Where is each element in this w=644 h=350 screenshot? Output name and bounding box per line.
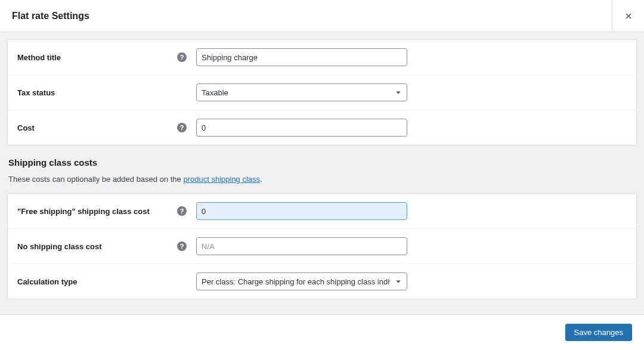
modal-footer: Save changes	[0, 314, 644, 350]
shipping-class-heading: Shipping class costs	[8, 157, 636, 168]
method-title-input[interactable]	[196, 48, 407, 66]
help-icon[interactable]: ?	[177, 206, 187, 216]
save-button[interactable]: Save changes	[565, 324, 632, 341]
no-shipping-control	[196, 237, 407, 255]
help-icon[interactable]: ?	[177, 241, 187, 251]
method-title-control	[196, 48, 407, 66]
close-icon	[624, 11, 633, 21]
method-title-label-wrap: Method title ?	[17, 52, 196, 62]
help-icon[interactable]: ?	[177, 123, 187, 132]
tax-status-control: Taxable	[196, 83, 407, 101]
cost-control	[196, 119, 407, 137]
tax-status-label-wrap: Tax status	[17, 88, 196, 97]
modal-header: Flat rate Settings	[0, 0, 644, 32]
no-shipping-input[interactable]	[196, 237, 407, 255]
calculation-type-select[interactable]: Per class: Charge shipping for each ship…	[196, 272, 407, 290]
calculation-type-control: Per class: Charge shipping for each ship…	[196, 272, 407, 290]
free-shipping-row: "Free shipping" shipping class cost ?	[8, 194, 636, 229]
cost-input[interactable]	[196, 119, 407, 137]
tax-status-select[interactable]: Taxable	[196, 83, 407, 101]
no-shipping-label: No shipping class cost	[17, 242, 102, 251]
calculation-type-label: Calculation type	[17, 277, 77, 286]
calculation-type-label-wrap: Calculation type	[17, 277, 196, 286]
cost-row: Cost ?	[8, 110, 636, 145]
description-suffix: .	[260, 175, 262, 184]
no-shipping-label-wrap: No shipping class cost ?	[17, 241, 196, 251]
free-shipping-control	[196, 202, 407, 220]
close-button[interactable]	[612, 0, 644, 32]
shipping-class-table: "Free shipping" shipping class cost ? No…	[7, 193, 637, 299]
tax-status-row: Tax status Taxable	[8, 75, 636, 110]
main-settings-table: Method title ? Tax status Taxable Cost ?	[7, 39, 637, 145]
page-title: Flat rate Settings	[12, 11, 89, 21]
cost-label-wrap: Cost ?	[17, 123, 196, 132]
shipping-class-description: These costs can optionally be added base…	[8, 175, 636, 184]
method-title-row: Method title ?	[8, 40, 636, 75]
free-shipping-label: "Free shipping" shipping class cost	[17, 207, 150, 216]
free-shipping-input[interactable]	[196, 202, 407, 220]
help-icon[interactable]: ?	[177, 52, 187, 62]
modal-content: Method title ? Tax status Taxable Cost ?	[0, 32, 644, 314]
cost-label: Cost	[17, 123, 35, 132]
product-shipping-class-link[interactable]: product shipping class	[183, 175, 260, 184]
calculation-type-row: Calculation type Per class: Charge shipp…	[8, 264, 636, 299]
no-shipping-row: No shipping class cost ?	[8, 229, 636, 264]
method-title-label: Method title	[17, 53, 61, 62]
free-shipping-label-wrap: "Free shipping" shipping class cost ?	[17, 206, 196, 216]
tax-status-label: Tax status	[17, 88, 55, 97]
description-prefix: These costs can optionally be added base…	[8, 175, 183, 184]
